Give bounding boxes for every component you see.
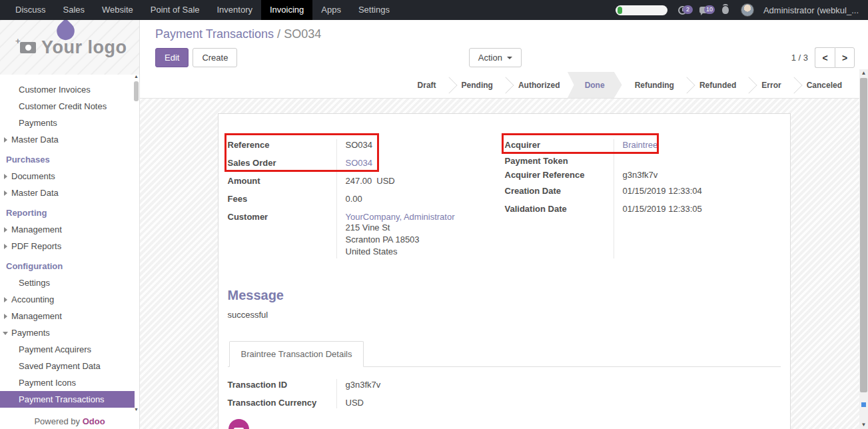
sidebar-item-saved-payment-data[interactable]: Saved Payment Data (0, 358, 139, 374)
sidebar-section-configuration: Configuration (0, 258, 139, 274)
field-transaction-id: Transaction ID g3n3fk7v (228, 376, 494, 394)
message-section-title: Message (228, 288, 781, 303)
sidebar-item-customer-invoices[interactable]: Customer Invoices (0, 81, 139, 98)
sidebar-item-settings[interactable]: Settings (0, 274, 139, 291)
chevron-right-icon (4, 314, 7, 319)
left-field-group: Reference SO034 Sales Order SO034 Amount… (228, 137, 494, 261)
scroll-up-icon[interactable]: ▲ (859, 69, 868, 77)
group-divider-line (336, 379, 337, 408)
status-canceled[interactable]: Canceled (794, 72, 855, 99)
action-dropdown-button[interactable]: Action (469, 48, 522, 67)
breadcrumb-parent-link[interactable]: Payment Transactions (155, 27, 274, 41)
field-value: SO034 (336, 140, 494, 151)
menu-sales[interactable]: Sales (55, 0, 94, 20)
field-sales-order: Sales Order SO034 (228, 155, 494, 173)
app-menus: Discuss Sales Website Point of Sale Inve… (0, 0, 398, 20)
sidebar-scrollbar[interactable]: ▲ ▼ (133, 73, 139, 410)
breadcrumb-separator: / (277, 27, 280, 41)
sales-order-link[interactable]: SO034 (346, 158, 372, 168)
field-label: Acquirer (505, 140, 614, 151)
logo-placeholder-text: Your logo (41, 37, 127, 58)
address-line: Scranton PA 18503 (346, 234, 494, 246)
field-value: g3n3fk7v (614, 170, 781, 181)
status-refunding[interactable]: Refunding (622, 72, 687, 99)
right-field-group: Acquirer Braintree Payment Token Acquire… (505, 137, 781, 261)
user-menu[interactable]: Administrator (webkul_... (763, 5, 859, 15)
customer-link[interactable]: YourCompany, Administrator (346, 212, 455, 222)
status-done[interactable]: Done (568, 72, 622, 99)
sidebar-item-payment-transactions[interactable]: Payment Transactions (0, 391, 135, 408)
sidebar-item-accounting[interactable]: Accounting (0, 291, 139, 308)
chevron-right-icon (4, 137, 7, 143)
menu-website[interactable]: Website (93, 0, 142, 20)
sidebar-item-payment-acquirers[interactable]: Payment Acquirers (0, 341, 139, 358)
scroll-down-icon[interactable]: ▼ (859, 421, 868, 429)
sidebar-item-documents[interactable]: Documents (0, 168, 139, 185)
field-validation-date: Validation Date 01/15/2019 12:33:05 (505, 201, 781, 218)
field-customer: Customer YourCompany, Administrator 215 … (228, 209, 494, 261)
sidebar-scroll-thumb[interactable] (134, 81, 139, 101)
menu-inventory[interactable]: Inventory (209, 0, 261, 20)
message-body: successful (228, 310, 781, 320)
scroll-down-icon[interactable]: ▼ (133, 406, 139, 413)
acquirer-link[interactable]: Braintree (623, 140, 658, 150)
menu-invoicing[interactable]: Invoicing (261, 0, 312, 20)
activities-badge: 2 (683, 5, 693, 14)
menu-point-of-sale[interactable]: Point of Sale (142, 0, 209, 20)
sidebar-item-payments[interactable]: Payments (0, 115, 139, 131)
main-scroll-thumb[interactable] (860, 78, 867, 392)
field-label: Transaction ID (228, 380, 336, 391)
pager-previous-button[interactable]: < (815, 47, 835, 68)
breadcrumb: Payment Transactions / SO034 (155, 27, 868, 41)
pager-next-button[interactable]: > (835, 47, 855, 68)
sidebar-item-customer-credit-notes[interactable]: Customer Credit Notes (0, 98, 139, 115)
group-divider-line (614, 139, 614, 258)
create-button[interactable]: Create (193, 48, 237, 67)
breadcrumb-current: SO034 (284, 27, 321, 41)
field-fees: Fees 0.00 (228, 191, 494, 209)
menu-apps[interactable]: Apps (312, 0, 350, 20)
field-acquirer-reference: Acquirer Reference g3n3fk7v (505, 169, 781, 183)
notebook-tabs: Braintree Transaction Details (228, 341, 781, 367)
main-scrollbar[interactable]: ▲ ▼ (859, 69, 868, 429)
form-sheet: Reference SO034 Sales Order SO034 Amount… (218, 113, 791, 429)
sidebar-item-master-data-2[interactable]: Master Data (0, 185, 139, 201)
address-line: 215 Vine St (346, 222, 494, 234)
sidebar-item-payment-icons[interactable]: Payment Icons (0, 374, 139, 391)
field-label: Customer (228, 212, 336, 258)
sidebar-item-management-2[interactable]: Management (0, 308, 139, 324)
menu-settings[interactable]: Settings (350, 0, 398, 20)
status-authorized[interactable]: Authorized (506, 72, 573, 99)
tab-content: Transaction ID g3n3fk7v Transaction Curr… (228, 367, 494, 412)
menu-discuss[interactable]: Discuss (7, 0, 55, 20)
tab-braintree-transaction-details[interactable]: Braintree Transaction Details (229, 341, 364, 367)
group-divider-line (336, 139, 337, 258)
field-label: Amount (228, 176, 336, 187)
field-label: Acquirer Reference (505, 170, 614, 181)
field-label: Transaction Currency (228, 398, 336, 409)
sidebar-item-master-data[interactable]: Master Data (0, 131, 139, 148)
control-buttons-row: Edit Create Action 1 / 3 < > (155, 47, 868, 68)
messages-button[interactable]: 10 (698, 4, 710, 16)
chevron-right-icon (4, 244, 7, 249)
scroll-up-icon[interactable]: ▲ (133, 73, 139, 80)
odoo-brand-link[interactable]: Odoo (83, 416, 105, 426)
sidebar-item-payments-section[interactable]: Payments (0, 324, 139, 341)
control-panel: Payment Transactions / SO034 Edit Create… (140, 20, 868, 72)
sidebar-item-management[interactable]: Management (0, 221, 139, 238)
activities-button[interactable]: 2 (677, 4, 689, 16)
timer-progress-pill[interactable] (616, 5, 667, 15)
debug-button[interactable] (719, 4, 731, 16)
void-transaction-button[interactable] (228, 419, 249, 429)
field-acquirer: Acquirer Braintree (505, 137, 781, 155)
status-refunded[interactable]: Refunded (687, 72, 749, 99)
field-reference: Reference SO034 (228, 137, 494, 155)
sidebar-item-pdf-reports[interactable]: PDF Reports (0, 238, 139, 254)
powered-by-text: Powered by (34, 416, 80, 426)
field-label: Fees (228, 194, 336, 205)
field-value: USD (336, 398, 494, 409)
powered-by: Powered by Odoo (0, 416, 139, 426)
bug-icon (722, 6, 729, 14)
edit-button[interactable]: Edit (155, 48, 189, 67)
user-avatar[interactable] (741, 3, 754, 17)
